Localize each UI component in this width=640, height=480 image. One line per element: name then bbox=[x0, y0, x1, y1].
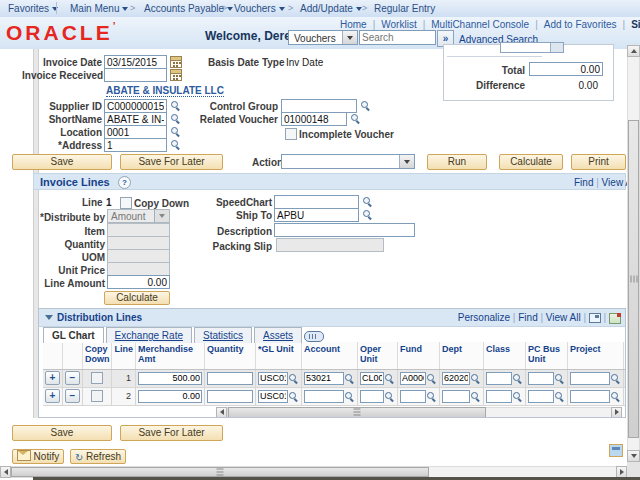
invoice-lines-find-link[interactable]: Find bbox=[574, 177, 593, 188]
shortname-input[interactable] bbox=[104, 112, 167, 126]
gl-unit-input[interactable] bbox=[258, 372, 288, 385]
distribution-view-all-link[interactable]: View All bbox=[546, 312, 581, 323]
calculate-button[interactable]: Calculate bbox=[499, 154, 563, 170]
help-icon[interactable] bbox=[118, 176, 131, 189]
related-voucher-lookup-icon[interactable] bbox=[350, 113, 361, 124]
dept-lookup-icon[interactable] bbox=[470, 373, 481, 384]
pc-bus-unit-input[interactable] bbox=[528, 372, 554, 385]
download-grid-icon[interactable] bbox=[609, 313, 621, 324]
shortname-lookup-icon[interactable] bbox=[170, 113, 181, 124]
scroll-up-button[interactable] bbox=[627, 45, 640, 57]
delete-row-button[interactable]: − bbox=[65, 371, 80, 385]
oper-unit-input[interactable] bbox=[360, 390, 384, 403]
fund-input[interactable] bbox=[400, 390, 426, 403]
breadcrumb-vouchers[interactable]: Vouchers bbox=[234, 3, 285, 14]
oper-unit-lookup-icon[interactable] bbox=[384, 391, 395, 402]
speedchart-lookup-icon[interactable] bbox=[362, 196, 373, 207]
class-lookup-icon[interactable] bbox=[512, 373, 523, 384]
gl-unit-input[interactable] bbox=[258, 390, 288, 403]
gl-unit-lookup-icon[interactable] bbox=[288, 391, 299, 402]
control-group-lookup-icon[interactable] bbox=[360, 100, 371, 111]
save-for-later-button[interactable]: Save For Later bbox=[120, 154, 223, 170]
calculate-line-button[interactable]: Calculate bbox=[104, 291, 170, 305]
gl-unit-lookup-icon[interactable] bbox=[288, 373, 299, 384]
ship-to-input[interactable] bbox=[274, 208, 359, 222]
quantity-cell-input[interactable] bbox=[207, 390, 253, 403]
action-select[interactable] bbox=[281, 154, 415, 169]
account-lookup-icon[interactable] bbox=[344, 391, 355, 402]
supplier-id-input[interactable] bbox=[104, 99, 167, 113]
search-scope-select[interactable]: Vouchers bbox=[288, 30, 358, 45]
pc-bus-unit-lookup-icon[interactable] bbox=[554, 391, 565, 402]
new-window-icon[interactable] bbox=[609, 444, 623, 457]
oper-unit-lookup-icon[interactable] bbox=[384, 373, 395, 384]
row-copy-down-checkbox[interactable] bbox=[91, 372, 103, 384]
location-lookup-icon[interactable] bbox=[170, 126, 181, 137]
dept-lookup-icon[interactable] bbox=[470, 391, 481, 402]
account-input[interactable] bbox=[304, 372, 344, 385]
merchandise-amt-input[interactable] bbox=[138, 390, 202, 403]
invoice-received-input[interactable] bbox=[104, 68, 167, 82]
calendar-icon[interactable] bbox=[170, 56, 182, 68]
class-input[interactable] bbox=[486, 372, 512, 385]
vertical-scrollbar-thumb[interactable] bbox=[628, 120, 639, 438]
grid-scroll-right-button[interactable] bbox=[611, 407, 622, 418]
copy-down-checkbox[interactable] bbox=[120, 197, 132, 209]
related-voucher-input[interactable] bbox=[281, 112, 347, 126]
fund-lookup-icon[interactable] bbox=[426, 373, 437, 384]
breadcrumb-add-update[interactable]: Add/Update bbox=[300, 3, 362, 14]
control-group-input[interactable] bbox=[281, 99, 357, 113]
sign-out-link[interactable]: Sign out bbox=[631, 19, 640, 30]
pc-bus-unit-lookup-icon[interactable] bbox=[554, 373, 565, 384]
favorites-menu[interactable]: Favorites bbox=[8, 3, 58, 14]
print-button[interactable]: Print bbox=[571, 154, 626, 170]
horizontal-scrollbar-thumb[interactable] bbox=[11, 467, 429, 477]
account-lookup-icon[interactable] bbox=[344, 373, 355, 384]
popup-window-icon[interactable] bbox=[589, 313, 601, 323]
account-input[interactable] bbox=[304, 390, 344, 403]
add-to-favorites-link[interactable]: Add to Favorites bbox=[544, 19, 617, 30]
invoice-date-input[interactable] bbox=[104, 55, 167, 69]
fund-lookup-icon[interactable] bbox=[426, 391, 437, 402]
class-input[interactable] bbox=[486, 390, 512, 403]
grid-scroll-left-button[interactable] bbox=[216, 407, 227, 418]
save-for-later-button-bottom[interactable]: Save For Later bbox=[120, 425, 223, 441]
speedchart-input[interactable] bbox=[274, 195, 359, 209]
project-input[interactable] bbox=[570, 372, 610, 385]
row-copy-down-checkbox[interactable] bbox=[91, 390, 103, 402]
add-row-button[interactable]: + bbox=[45, 389, 60, 403]
supplier-name-link[interactable]: ABATE & INSULATE LLC bbox=[106, 85, 224, 97]
address-input[interactable] bbox=[104, 138, 167, 152]
worklist-link[interactable]: Worklist bbox=[381, 19, 416, 30]
delete-row-button[interactable]: − bbox=[65, 389, 80, 403]
supplier-id-lookup-icon[interactable] bbox=[170, 100, 181, 111]
collapse-section-icon[interactable] bbox=[45, 315, 53, 320]
distribution-find-link[interactable]: Find bbox=[518, 312, 537, 323]
address-lookup-icon[interactable] bbox=[170, 139, 181, 150]
dept-input[interactable] bbox=[442, 390, 470, 403]
class-lookup-icon[interactable] bbox=[512, 391, 523, 402]
dept-input[interactable] bbox=[442, 372, 470, 385]
total-input[interactable] bbox=[529, 62, 603, 76]
calendar-icon[interactable] bbox=[170, 69, 182, 81]
breadcrumb-main-menu[interactable]: Main Menu bbox=[70, 3, 128, 14]
quantity-cell-input[interactable] bbox=[207, 372, 253, 385]
tab-gl-chart[interactable]: GL Chart bbox=[43, 327, 104, 343]
location-input[interactable] bbox=[104, 125, 167, 139]
line-amount-input[interactable] bbox=[107, 275, 170, 289]
scroll-down-button[interactable] bbox=[627, 450, 640, 462]
grid-scrollbar-thumb[interactable] bbox=[228, 407, 486, 418]
show-tabs-icon[interactable] bbox=[304, 331, 324, 342]
refresh-button[interactable]: Refresh bbox=[70, 449, 126, 464]
breadcrumb-accounts-payable[interactable]: Accounts Payable bbox=[144, 3, 233, 14]
project-input[interactable] bbox=[570, 390, 610, 403]
merchandise-amt-input[interactable] bbox=[138, 372, 202, 385]
notify-button[interactable]: Notify bbox=[12, 449, 64, 464]
tab-assets[interactable]: Assets bbox=[254, 327, 302, 343]
personalize-link[interactable]: Personalize bbox=[458, 312, 510, 323]
home-link[interactable]: Home bbox=[340, 19, 367, 30]
save-button[interactable]: Save bbox=[12, 154, 112, 170]
description-input[interactable] bbox=[274, 223, 415, 237]
save-button-bottom[interactable]: Save bbox=[12, 425, 112, 441]
ship-to-lookup-icon[interactable] bbox=[362, 209, 373, 220]
